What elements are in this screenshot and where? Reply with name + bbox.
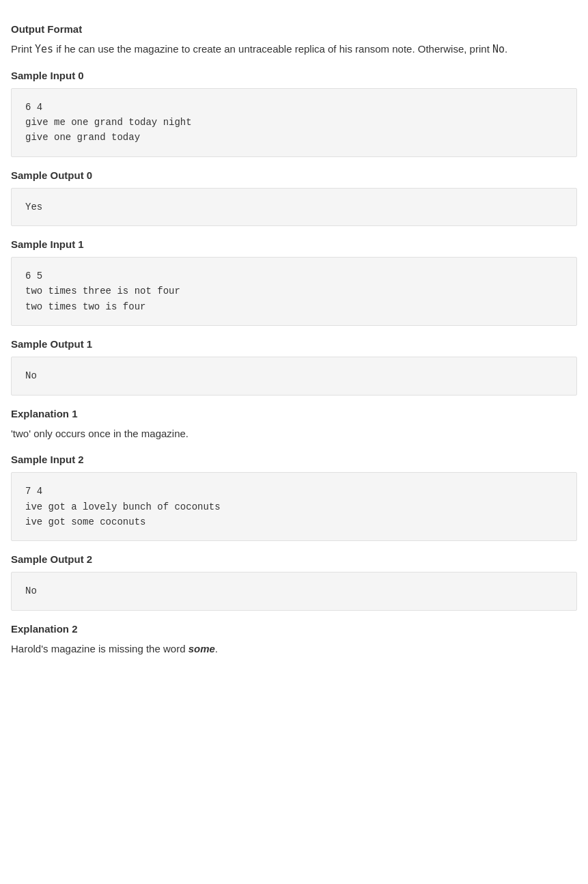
sample-input-1-section: Sample Input 1 6 5 two times three is no… (11, 238, 577, 326)
sample-output-0-code: Yes (11, 188, 577, 226)
sample-output-1-section: Sample Output 1 No (11, 338, 577, 395)
explanation-1-text: 'two' only occurs once in the magazine. (11, 426, 577, 442)
sample-output-1-code: No (11, 357, 577, 395)
sample-output-1-heading: Sample Output 1 (11, 338, 577, 350)
output-format-section: Output Format Print Yes if he can use th… (11, 23, 577, 57)
output-format-text-before: Print (11, 43, 35, 55)
sample-input-0-section: Sample Input 0 6 4 give me one grand tod… (11, 70, 577, 157)
sample-input-0-heading: Sample Input 0 (11, 70, 577, 81)
explanation-2-italic-word: some (188, 643, 215, 654)
output-format-text-after: . (505, 43, 507, 55)
explanation-2-text: Harold's magazine is missing the word so… (11, 641, 577, 657)
sample-input-0-code: 6 4 give me one grand today night give o… (11, 88, 577, 157)
sample-output-2-code: No (11, 572, 577, 610)
sample-input-1-heading: Sample Input 1 (11, 238, 577, 250)
output-format-text: Print Yes if he can use the magazine to … (11, 42, 577, 57)
sample-input-1-code: 6 5 two times three is not four two time… (11, 257, 577, 326)
output-format-heading: Output Format (11, 23, 577, 35)
sample-output-2-section: Sample Output 2 No (11, 553, 577, 610)
no-code: No (492, 43, 505, 55)
sample-output-0-section: Sample Output 0 Yes (11, 169, 577, 226)
explanation-2-text-after: . (215, 643, 218, 654)
explanation-2-text-before: Harold's magazine is missing the word (11, 643, 188, 654)
explanation-1-heading: Explanation 1 (11, 408, 577, 419)
yes-code: Yes (35, 43, 53, 55)
explanation-2-heading: Explanation 2 (11, 623, 577, 635)
sample-output-0-heading: Sample Output 0 (11, 169, 577, 181)
output-format-text-middle: if he can use the magazine to create an … (53, 43, 492, 55)
sample-input-2-heading: Sample Input 2 (11, 454, 577, 465)
sample-input-2-section: Sample Input 2 7 4 ive got a lovely bunc… (11, 454, 577, 541)
sample-output-2-heading: Sample Output 2 (11, 553, 577, 565)
explanation-2-section: Explanation 2 Harold's magazine is missi… (11, 623, 577, 657)
explanation-1-section: Explanation 1 'two' only occurs once in … (11, 408, 577, 442)
sample-input-2-code: 7 4 ive got a lovely bunch of coconuts i… (11, 472, 577, 541)
